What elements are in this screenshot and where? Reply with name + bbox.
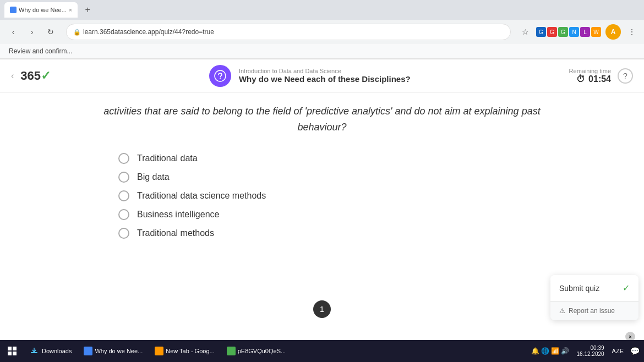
taskbar-lang[interactable]: AZE: [610, 348, 626, 354]
main-content: activities that are said to belong to th…: [74, 92, 570, 250]
clock-icon: ⏱: [576, 74, 585, 84]
system-tray-icons: 🔔 🌐 📶 🔊: [529, 347, 571, 355]
option-4[interactable]: Business intelligence: [118, 209, 526, 220]
timer-value: 01:54: [588, 74, 611, 84]
profile-button[interactable]: A: [605, 24, 621, 40]
taskbar-clock: 00:39 16.12.2020: [574, 345, 608, 357]
submit-quiz-button[interactable]: Submit quiz ✓: [550, 275, 638, 301]
option-2-label: Big data: [137, 172, 170, 182]
new-tab-btn[interactable]: +: [80, 2, 95, 18]
radio-opt3[interactable]: [118, 190, 129, 201]
option-1-label: Traditional data: [137, 153, 198, 163]
page-indicator: 1: [313, 300, 331, 318]
svg-rect-4: [8, 352, 12, 355]
back-nav-btn[interactable]: ‹: [11, 71, 14, 81]
notification-bar: Review and confirm...: [0, 44, 644, 59]
course-subtitle: Introduction to Data and Data Science: [239, 68, 411, 74]
header-title-area: Introduction to Data and Data Science Wh…: [239, 68, 411, 84]
quiz-icon: [209, 65, 231, 87]
lock-icon: 🔒: [73, 29, 81, 36]
question-text: activities that are said to belong to th…: [96, 103, 548, 135]
logo-area: ‹ 365✓: [11, 69, 51, 83]
svg-point-1: [220, 78, 221, 79]
tray-icon-2[interactable]: 🌐: [541, 347, 549, 355]
radio-opt2[interactable]: [118, 172, 129, 183]
ext-icon-5[interactable]: L: [580, 27, 590, 37]
radio-opt1[interactable]: [118, 153, 129, 164]
browser-controls: ‹ › ↻ 🔒 learn.365datascience.app/quiz/44…: [0, 20, 644, 44]
report-issue-button[interactable]: ⚠ Report an issue: [550, 301, 638, 320]
ext-icon-4[interactable]: N: [569, 27, 579, 37]
refresh-button[interactable]: ↻: [43, 24, 58, 40]
taskbar-icon-2: [155, 347, 163, 355]
taskbar-label-1: Why do we Nee...: [95, 348, 143, 354]
option-1[interactable]: Traditional data: [118, 153, 526, 164]
app-header: ‹ 365✓ Introduction to Data and Data Sci…: [0, 59, 644, 92]
option-5-label: Traditional methods: [137, 228, 214, 238]
tray-icon-4[interactable]: 🔊: [561, 347, 569, 355]
submit-panel: Submit quiz ✓ ⚠ Report an issue ×: [550, 275, 638, 320]
taskbar: Downloads Why do we Nee... New Tab - Goo…: [0, 340, 644, 362]
ext-icon-2[interactable]: G: [547, 27, 557, 37]
taskbar-btn-1[interactable]: Why do we Nee...: [78, 341, 148, 361]
logo-365: 365: [20, 69, 41, 83]
tab-favicon: [10, 7, 17, 13]
radio-opt4[interactable]: [118, 209, 129, 220]
remaining-label: Remaining time: [569, 68, 611, 74]
notification-text: Review and confirm...: [9, 47, 72, 55]
timer-display: ⏱ 01:54: [576, 74, 611, 84]
submit-label: Submit quiz: [559, 284, 599, 293]
tab-bar: Why do we Nee... × +: [0, 0, 644, 20]
tab-close[interactable]: ×: [69, 7, 72, 13]
option-3[interactable]: Traditional data science methods: [118, 190, 526, 201]
option-3-label: Traditional data science methods: [137, 191, 266, 201]
address-bar[interactable]: 🔒 learn.365datascience.app/quiz/44?redo=…: [66, 24, 511, 40]
bookmark-star-icon[interactable]: ☆: [519, 25, 532, 39]
notification-center-btn[interactable]: 💬: [628, 347, 642, 355]
ext-icon-3[interactable]: G: [558, 27, 568, 37]
report-label: Report an issue: [569, 307, 615, 315]
windows-start-button[interactable]: [2, 341, 22, 361]
taskbar-label-3: pE8GVQu0QeS...: [238, 348, 286, 354]
active-tab[interactable]: Why do we Nee... ×: [4, 2, 78, 18]
menu-button[interactable]: ⋮: [625, 25, 638, 39]
taskbar-icon-1: [84, 347, 92, 355]
submit-check-icon: ✓: [623, 283, 630, 293]
taskbar-date-value: 16.12.2020: [577, 351, 604, 357]
logo-text: 365✓: [20, 69, 51, 83]
tray-icon-3[interactable]: 📶: [551, 347, 559, 355]
taskbar-downloads-btn[interactable]: Downloads: [23, 341, 77, 361]
browser-chrome: Why do we Nee... × + ‹ › ↻ 🔒 learn.365da…: [0, 0, 644, 59]
downloads-label: Downloads: [42, 348, 72, 354]
taskbar-label-2: New Tab - Goog...: [166, 348, 214, 354]
forward-button[interactable]: ›: [24, 24, 40, 40]
header-center: Introduction to Data and Data Science Wh…: [51, 65, 569, 87]
header-right: Remaining time ⏱ 01:54 ?: [569, 68, 633, 84]
taskbar-time-value: 00:39: [591, 345, 604, 351]
radio-opt5[interactable]: [118, 228, 129, 239]
back-button[interactable]: ‹: [6, 24, 21, 40]
taskbar-btn-3[interactable]: pE8GVQu0QeS...: [221, 341, 291, 361]
options-list: Traditional data Big data Traditional da…: [96, 153, 548, 239]
svg-rect-2: [8, 347, 12, 350]
svg-rect-3: [13, 347, 17, 350]
toolbar-icons: ☆ G G G N L W A ⋮: [519, 24, 638, 40]
quiz-title: Why do we Need each of these Disciplines…: [239, 74, 411, 84]
url-text: learn.365datascience.app/quiz/44?redo=tr…: [83, 28, 214, 36]
tray-icon-1[interactable]: 🔔: [531, 347, 539, 355]
help-button[interactable]: ?: [618, 68, 633, 84]
option-2[interactable]: Big data: [118, 172, 526, 183]
remaining-time-label: Remaining time ⏱ 01:54: [569, 68, 611, 84]
option-5[interactable]: Traditional methods: [118, 228, 526, 239]
tab-title: Why do we Nee...: [19, 7, 67, 13]
taskbar-right: 🔔 🌐 📶 🔊 00:39 16.12.2020 AZE 💬: [529, 345, 642, 357]
downloads-taskbar-icon: [29, 345, 40, 356]
taskbar-btn-2[interactable]: New Tab - Goog...: [149, 341, 220, 361]
bottom-area: 1: [0, 300, 644, 318]
extension-icons: G G G N L W: [536, 27, 601, 37]
logo-checkmark: ✓: [41, 69, 51, 83]
report-icon: ⚠: [559, 307, 565, 315]
ext-icon-1[interactable]: G: [536, 27, 546, 37]
ext-icon-6[interactable]: W: [591, 27, 601, 37]
taskbar-icon-3: [227, 347, 236, 355]
